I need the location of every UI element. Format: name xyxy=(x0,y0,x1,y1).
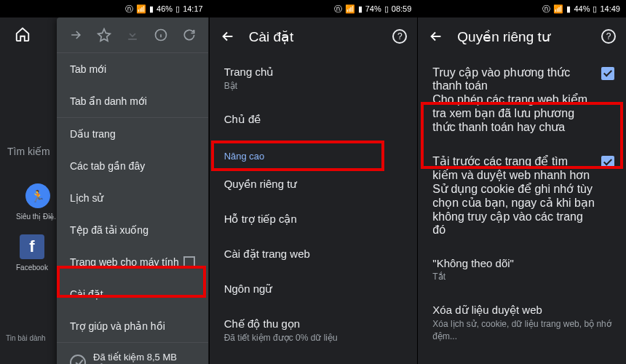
signal-icon: ▮ xyxy=(566,4,571,14)
desktop-checkbox[interactable] xyxy=(183,256,195,268)
search-hint[interactable]: Tìm kiếm xyxy=(7,146,50,157)
privacy-clear-data[interactable]: Xóa dữ liệu duyệt web Xóa lịch sử, cooki… xyxy=(418,293,626,353)
battery-icon: ▯ xyxy=(175,4,180,14)
menu-desktop-label: Trang web cho máy tính xyxy=(70,256,179,268)
panel-chrome-menu: ⓝ 📶 ▮ 46% ▯ 14:17 Tìm kiếm 🏃 Siêu thị Đi… xyxy=(0,0,209,364)
setting-sub: Cho phép các trang web kiểm tra xem bạn … xyxy=(432,92,595,134)
page-title: Quyền riêng tư xyxy=(457,28,588,45)
status-bar: ⓝ 📶 ▮ 46% ▯ 14:17 xyxy=(0,0,209,17)
menu-icon-row xyxy=(57,17,208,53)
battery-percent: 44% xyxy=(574,4,590,13)
setting-title: Truy cập vào phương thức thanh toán xyxy=(432,66,595,92)
setting-accessibility[interactable]: Hỗ trợ tiếp cận xyxy=(210,202,418,237)
back-icon[interactable] xyxy=(220,28,236,44)
section-advanced: Nâng cao xyxy=(210,138,418,167)
setting-site-settings[interactable]: Cài đặt trang web xyxy=(210,237,418,272)
forward-icon[interactable] xyxy=(68,28,83,42)
menu-desktop-site[interactable]: Trang web cho máy tính xyxy=(57,246,208,278)
panel-settings: ⓝ 📶 ▮ 74% ▯ 08:59 Cài đặt ? Trang chủ Bậ… xyxy=(209,0,418,364)
battery-icon: ▯ xyxy=(593,4,597,14)
signal-icon: ▮ xyxy=(358,4,362,14)
setting-downloads[interactable]: Tệp đã tải xuống xyxy=(210,355,418,364)
menu-settings[interactable]: Cài đặt xyxy=(57,278,208,310)
privacy-payment-access[interactable]: Truy cập vào phương thức thanh toán Cho … xyxy=(418,55,626,144)
overflow-menu: Tab mới Tab ẩn danh mới Dấu trang Các ta… xyxy=(57,17,208,364)
panel-privacy: ⓝ 📶 ▮ 44% ▯ 14:49 Quyền riêng tư ? Truy … xyxy=(417,0,626,364)
battery-icon: ▯ xyxy=(384,4,389,14)
news-label: Tin bài dành xyxy=(6,334,46,342)
setting-sub: Xóa lịch sử, cookie, dữ liệu trang web, … xyxy=(432,318,611,343)
battery-percent: 46% xyxy=(156,4,173,13)
back-icon[interactable] xyxy=(428,28,444,44)
setting-title: Ngôn ngữ xyxy=(224,282,403,296)
menu-bookmarks[interactable]: Dấu trang xyxy=(57,118,208,150)
setting-title: Chủ đề xyxy=(224,113,403,126)
clock: 14:49 xyxy=(600,4,620,13)
status-bar: ⓝ 📶 ▮ 74% ▯ 08:59 xyxy=(210,0,418,17)
running-icon: 🏃 xyxy=(25,183,50,208)
setting-sub: Đã tiết kiệm được 0% dữ liệu xyxy=(224,332,403,344)
page-title: Cài đặt xyxy=(249,28,380,45)
menu-data-saver[interactable]: Đã tiết kiệm 8,5 MB kể từ 3 Th12 xyxy=(57,343,208,364)
nfc-icon: ⓝ xyxy=(334,4,342,15)
menu-history[interactable]: Lịch sử xyxy=(57,182,208,214)
home-icon[interactable] xyxy=(15,26,31,42)
setting-title: Quyền riêng tư xyxy=(224,178,403,191)
star-icon[interactable] xyxy=(97,28,111,42)
facebook-icon: f xyxy=(20,234,44,259)
checkbox-payment[interactable] xyxy=(601,67,614,80)
data-saver-title: Đã tiết kiệm 8,5 MB xyxy=(93,352,177,364)
setting-title: Chế độ thu gọn xyxy=(224,317,403,331)
setting-privacy[interactable]: Quyền riêng tư xyxy=(210,167,418,202)
menu-downloads[interactable]: Tệp đã tải xuống xyxy=(57,214,208,246)
info-icon[interactable] xyxy=(154,28,168,42)
clock: 14:17 xyxy=(183,4,203,13)
bookmark-label: Facebook xyxy=(16,264,48,272)
help-icon[interactable]: ? xyxy=(601,29,616,44)
wifi-icon: 📶 xyxy=(345,4,355,14)
data-saver-icon xyxy=(70,355,86,364)
nfc-icon: ⓝ xyxy=(125,4,133,15)
menu-recent-tabs[interactable]: Các tab gần đây xyxy=(57,150,208,182)
setting-homepage[interactable]: Trang chủ Bật xyxy=(210,55,418,103)
wifi-icon: 📶 xyxy=(553,4,563,14)
settings-header: Cài đặt ? xyxy=(210,17,418,55)
status-bar: ⓝ 📶 ▮ 44% ▯ 14:49 xyxy=(418,0,626,17)
setting-language[interactable]: Ngôn ngữ xyxy=(210,272,418,307)
bookmark-label: Siêu thị Điệ... xyxy=(16,213,60,221)
bookmark-sieu-thi[interactable]: 🏃 Siêu thị Điệ... xyxy=(16,183,60,221)
download-icon[interactable] xyxy=(125,28,140,42)
menu-help[interactable]: Trợ giúp và phản hồi xyxy=(57,310,208,342)
setting-title: Trang chủ xyxy=(224,66,403,79)
signal-icon: ▮ xyxy=(149,4,154,14)
setting-sub: Bật xyxy=(224,80,403,92)
bookmark-facebook[interactable]: f Facebook xyxy=(16,234,48,272)
checkbox-preload[interactable] xyxy=(601,156,614,169)
setting-sub: Sử dụng cookie để ghi nhớ tùy chọn của b… xyxy=(432,182,595,237)
privacy-footer-note: Bạn có thể xem thêm tùy chọn cài đặt liê… xyxy=(418,352,626,364)
setting-sub: Tắt xyxy=(432,271,611,283)
wifi-icon: 📶 xyxy=(136,4,146,14)
privacy-dnt[interactable]: "Không theo dõi" Tắt xyxy=(418,247,626,293)
setting-title: "Không theo dõi" xyxy=(432,257,611,269)
setting-theme[interactable]: Chủ đề xyxy=(210,103,418,138)
privacy-header: Quyền riêng tư ? xyxy=(418,17,626,55)
setting-lite-mode[interactable]: Chế độ thu gọn Đã tiết kiệm được 0% dữ l… xyxy=(210,307,418,355)
setting-title: Tải trước các trang để tìm kiếm và duyệt… xyxy=(432,154,595,182)
nfc-icon: ⓝ xyxy=(542,4,550,15)
setting-title: Cài đặt trang web xyxy=(224,248,403,261)
clock: 08:59 xyxy=(392,4,412,13)
refresh-icon[interactable] xyxy=(182,28,197,42)
setting-title: Xóa dữ liệu duyệt web xyxy=(432,304,611,317)
menu-new-tab[interactable]: Tab mới xyxy=(57,53,208,85)
setting-title: Hỗ trợ tiếp cận xyxy=(224,213,403,226)
battery-percent: 74% xyxy=(365,4,381,13)
help-icon[interactable]: ? xyxy=(392,29,407,44)
privacy-preload[interactable]: Tải trước các trang để tìm kiếm và duyệt… xyxy=(418,144,626,247)
menu-incognito-tab[interactable]: Tab ẩn danh mới xyxy=(57,85,208,117)
